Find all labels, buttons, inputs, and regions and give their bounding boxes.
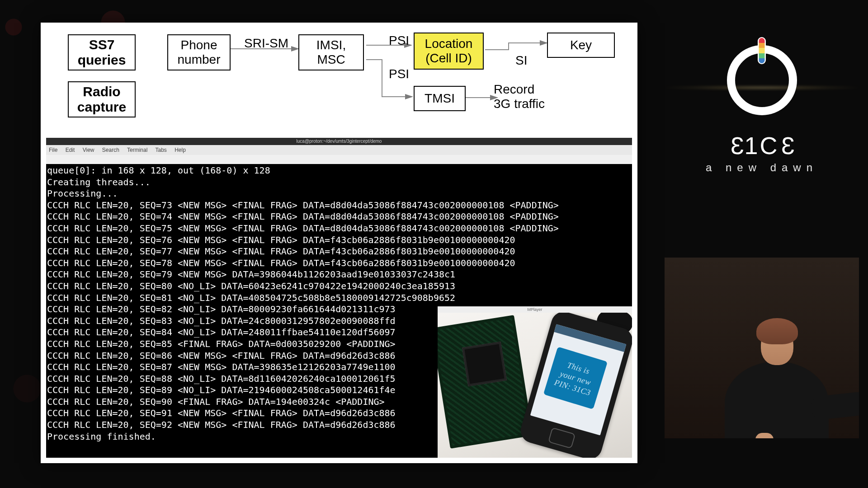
box-location-cellid: Location (Cell ID) (414, 33, 484, 70)
sms-text: This is your new PIN: 31C3 (553, 358, 598, 398)
terminal-tab-strip[interactable] (46, 155, 632, 164)
menu-terminal[interactable]: Terminal (127, 147, 147, 153)
hardware-photo-window: MPlayer This is your new PIN: 31C3 (438, 306, 632, 458)
ss7-flow-diagram: SS7 queries Radio capture Phone number I… (41, 23, 637, 136)
speaker-figure (761, 326, 793, 365)
box-imsi-msc: IMSI, MSC (298, 34, 364, 70)
speaker-head (761, 326, 793, 365)
label-sri-sm: SRI-SM (244, 36, 288, 51)
menu-view[interactable]: View (83, 147, 94, 153)
speaker-camera-feed (665, 258, 859, 438)
logo-notch-rainbow (759, 38, 765, 63)
phone-screen: This is your new PIN: 31C3 (530, 324, 627, 435)
label-psi-upper: PSI (389, 33, 409, 48)
event-name: 31C3 (687, 131, 836, 160)
event-logo: 31C3 a new dawn (687, 45, 836, 174)
sdr-chip (462, 342, 507, 387)
terminal-titlebar: luca@proton:~/dev/umts/3gintercept/demo (46, 138, 632, 145)
photo-scene: This is your new PIN: 31C3 (438, 313, 632, 458)
box-phone-number: Phone number (167, 34, 231, 70)
smartphone: This is your new PIN: 31C3 (518, 313, 632, 458)
label-record-3g: Record 3G traffic (494, 82, 545, 111)
menu-tabs[interactable]: Tabs (156, 147, 167, 153)
box-radio-capture: Radio capture (68, 81, 136, 117)
phone-statusbar (554, 324, 627, 352)
sms-bubble: This is your new PIN: 31C3 (543, 347, 608, 409)
menu-file[interactable]: File (49, 147, 57, 153)
box-tmsi: TMSI (414, 86, 466, 111)
menu-search[interactable]: Search (102, 147, 119, 153)
speaker-hair (756, 318, 798, 344)
label-si: SI (515, 53, 527, 68)
event-tagline: a new dawn (687, 161, 836, 174)
box-key: Key (547, 33, 615, 58)
presentation-slide: SS7 queries Radio capture Phone number I… (41, 23, 637, 463)
box-ss7-queries: SS7 queries (68, 34, 136, 70)
photo-window-title: MPlayer (438, 306, 632, 313)
menu-edit[interactable]: Edit (66, 147, 75, 153)
terminal-menubar[interactable]: File Edit View Search Terminal Tabs Help (46, 145, 632, 155)
menu-help[interactable]: Help (175, 147, 186, 153)
label-psi-lower: PSI (389, 67, 409, 81)
logo-power-ring (727, 45, 797, 115)
